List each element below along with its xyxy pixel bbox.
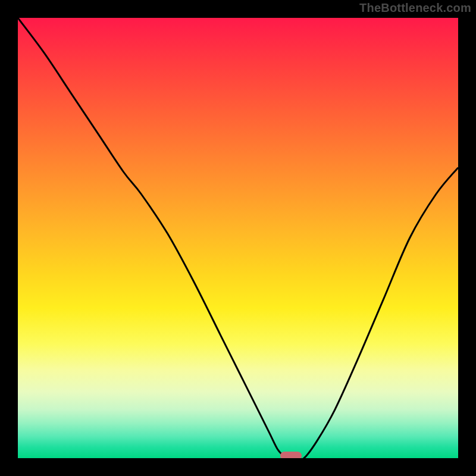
- bottleneck-curve: [18, 18, 458, 458]
- watermark-text: TheBottleneck.com: [359, 1, 471, 15]
- plot-area: [18, 18, 458, 458]
- optimal-marker: [280, 452, 302, 458]
- curve-svg: [18, 18, 458, 458]
- chart-frame: TheBottleneck.com: [0, 0, 476, 476]
